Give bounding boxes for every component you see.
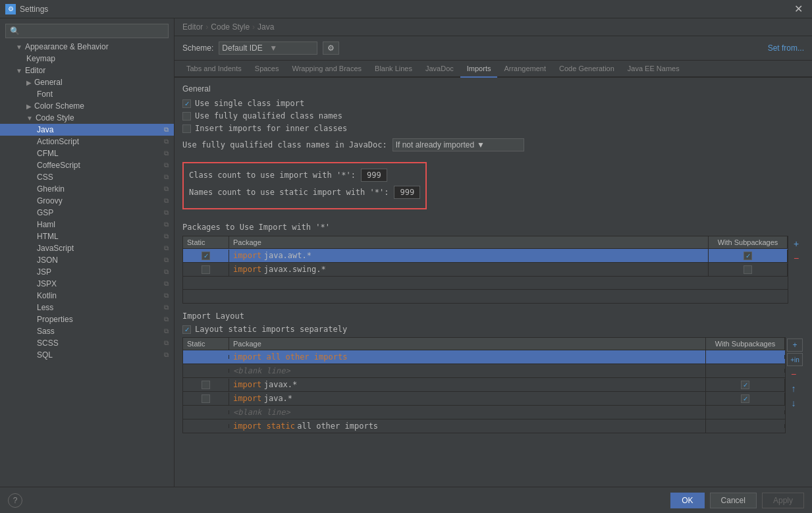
copy-icon: ⧉	[164, 280, 169, 288]
packages-add-button[interactable]: +	[790, 237, 803, 250]
layout-row-3[interactable]: import javax.*	[183, 378, 785, 392]
layout-row-4[interactable]: import java.*	[183, 392, 785, 406]
layout-static-checkbox[interactable]	[182, 325, 191, 334]
checkbox-single-import-box[interactable]	[182, 99, 191, 108]
sidebar-item-css[interactable]: CSS ⧉	[0, 171, 174, 183]
scheme-gear-button[interactable]: ⚙	[323, 41, 339, 55]
set-from-link[interactable]: Set from...	[768, 43, 804, 53]
close-button[interactable]: ✕	[790, 1, 807, 16]
sidebar-item-groovy[interactable]: Groovy ⧉	[0, 195, 174, 207]
layout-row4-checkbox[interactable]	[202, 394, 210, 403]
layout-row-1[interactable]: import all other imports	[183, 350, 785, 364]
sidebar-item-gherkin[interactable]: Gherkin ⧉	[0, 183, 174, 195]
search-input[interactable]	[5, 24, 169, 38]
layout-add-in-button[interactable]: +in	[787, 353, 803, 366]
sidebar-item-label: Kotlin	[37, 291, 57, 300]
layout-row4-sub-checkbox[interactable]	[741, 394, 749, 403]
layout-row-6[interactable]: import static all other imports	[183, 419, 785, 433]
package-row-1[interactable]: import java.awt.*	[183, 249, 788, 263]
ok-button[interactable]: OK	[670, 493, 704, 508]
layout-down-button[interactable]: ↓	[787, 396, 800, 410]
sidebar-item-javascript[interactable]: JavaScript ⧉	[0, 242, 174, 254]
scheme-select[interactable]: Default IDE ▼	[219, 41, 317, 55]
pkg-row2-sub-checkbox[interactable]	[744, 265, 752, 274]
pkg-row1-sub-checkbox[interactable]	[744, 252, 752, 260]
tab-blank-lines[interactable]: Blank Lines	[368, 61, 419, 78]
sidebar-item-html[interactable]: HTML ⧉	[0, 230, 174, 242]
package-row-2[interactable]: import javax.swing.*	[183, 263, 788, 277]
tab-javadoc[interactable]: JavaDoc	[419, 61, 460, 78]
sidebar-item-less[interactable]: Less ⧉	[0, 302, 174, 313]
tab-spaces[interactable]: Spaces	[248, 61, 286, 78]
tab-wrapping[interactable]: Wrapping and Braces	[286, 61, 369, 78]
cancel-button[interactable]: Cancel	[710, 493, 757, 508]
packages-remove-button[interactable]: −	[790, 252, 803, 265]
layout-row4-subpackages	[706, 392, 785, 405]
header-package: Package	[229, 236, 709, 248]
sidebar-item-scss[interactable]: SCSS ⧉	[0, 337, 174, 349]
pkg-row2-checkbox[interactable]	[202, 265, 210, 274]
names-count-row: Names count to use static import with '*…	[189, 186, 420, 199]
header-subpackages: With Subpackages	[709, 236, 788, 248]
app-icon: ⚙	[5, 4, 16, 14]
sidebar-item-kotlin[interactable]: Kotlin ⧉	[0, 290, 174, 302]
sidebar-item-coffeescript[interactable]: CoffeeScript ⧉	[0, 159, 174, 171]
checkbox-inner-classes-box[interactable]	[182, 124, 191, 133]
tab-imports[interactable]: Imports	[460, 61, 498, 78]
packages-table: Static Package With Subpackages imp	[182, 236, 788, 304]
tab-code-generation[interactable]: Code Generation	[553, 61, 621, 78]
sidebar-item-gsp[interactable]: GSP ⧉	[0, 207, 174, 219]
layout-row3-checkbox[interactable]	[202, 381, 210, 389]
window-title: Settings	[20, 5, 790, 14]
javadoc-select[interactable]: If not already imported ▼	[392, 138, 524, 151]
checkbox-qualified-names-box[interactable]	[182, 112, 191, 121]
layout-blank1-subpackages	[706, 369, 785, 373]
help-button[interactable]: ?	[8, 493, 22, 508]
sidebar-item-haml[interactable]: Haml ⧉	[0, 219, 174, 230]
sidebar-item-cfml[interactable]: CFML ⧉	[0, 148, 174, 159]
count-highlight-box: Class count to use import with '*': Name…	[182, 162, 427, 209]
pkg-row1-checkbox[interactable]	[202, 252, 210, 260]
tab-java-ee[interactable]: Java EE Names	[621, 61, 686, 78]
sidebar-item-properties[interactable]: Properties ⧉	[0, 313, 174, 325]
sidebar-item-editor[interactable]: ▼ Editor	[0, 65, 174, 76]
sidebar-item-actionscript[interactable]: ActionScript ⧉	[0, 136, 174, 148]
layout-remove-button[interactable]: −	[787, 367, 800, 381]
copy-icon: ⧉	[164, 232, 169, 240]
sidebar-item-color-scheme[interactable]: ▶ Color Scheme	[0, 100, 174, 112]
layout-header-static: Static	[183, 338, 229, 350]
import-layout-section: Import Layout Layout static imports sepa…	[182, 311, 804, 433]
sidebar-item-jsp[interactable]: JSP ⧉	[0, 266, 174, 278]
sidebar-item-sass[interactable]: Sass ⧉	[0, 325, 174, 337]
import-layout-title: Import Layout	[182, 311, 804, 321]
sidebar-item-jspx[interactable]: JSPX ⧉	[0, 278, 174, 290]
sidebar-item-java[interactable]: Java ⧉	[0, 124, 174, 136]
class-count-input[interactable]	[361, 169, 387, 182]
layout-row1-package: import all other imports	[229, 350, 706, 364]
layout-row3-package: import javax.*	[229, 378, 706, 391]
copy-icon: ⧉	[164, 304, 169, 311]
apply-button[interactable]: Apply	[762, 493, 804, 508]
checkbox-single-import-label: Use single class import	[195, 99, 304, 108]
layout-up-button[interactable]: ↑	[787, 382, 800, 395]
layout-add-button[interactable]: +	[787, 338, 803, 352]
sidebar-item-code-style[interactable]: ▼ Code Style	[0, 112, 174, 124]
sidebar-item-general[interactable]: ▶ General	[0, 76, 174, 88]
sidebar-item-keymap[interactable]: Keymap	[0, 53, 174, 65]
layout-row-blank1[interactable]: <blank line>	[183, 364, 785, 378]
sidebar-item-font[interactable]: Font	[0, 88, 174, 100]
sidebar-item-sql[interactable]: SQL ⧉	[0, 349, 174, 361]
layout-blank2-subpackages	[706, 410, 785, 414]
sidebar-item-json[interactable]: JSON ⧉	[0, 254, 174, 266]
sidebar-item-label: GSP	[37, 208, 53, 217]
layout-row3-sub-checkbox[interactable]	[741, 381, 749, 389]
tab-arrangement[interactable]: Arrangement	[497, 61, 553, 78]
sidebar-item-appearance-behavior[interactable]: ▼ Appearance & Behavior	[0, 41, 174, 53]
tab-tabs-indents[interactable]: Tabs and Indents	[180, 61, 248, 78]
layout-row-blank2[interactable]: <blank line>	[183, 406, 785, 419]
expand-arrow: ▼	[26, 115, 33, 122]
tabs-row: Tabs and Indents Spaces Wrapping and Bra…	[175, 61, 812, 78]
names-count-input[interactable]	[394, 186, 420, 199]
sidebar-item-label: JSPX	[37, 279, 57, 288]
checkbox-inner-classes: Insert imports for inner classes	[182, 124, 804, 133]
